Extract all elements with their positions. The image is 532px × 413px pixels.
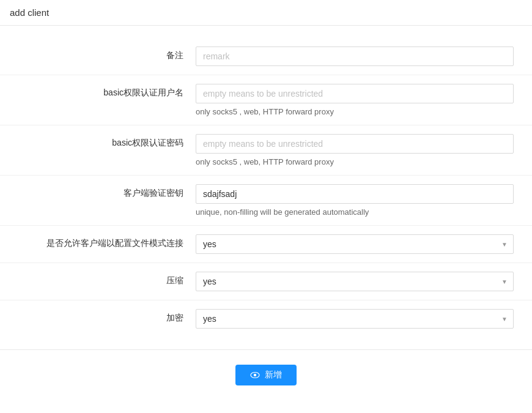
form-row-compress: 压缩 yes no (0, 263, 532, 300)
form-row-config-mode: 是否允许客户端以配置文件模式连接 yes no (0, 226, 532, 263)
field-config-mode: yes no (196, 234, 532, 254)
field-encrypt: yes no (196, 309, 532, 329)
svg-point-1 (254, 374, 256, 376)
select-wrapper-config-mode: yes no (196, 234, 514, 254)
hint-basic-password: only socks5 , web, HTTP forward proxy (196, 157, 514, 166)
hint-basic-username: only socks5 , web, HTTP forward proxy (196, 107, 514, 116)
form-container: 备注 basic权限认证用户名 only socks5 , web, HTTP … (0, 26, 532, 349)
page-title: add client (0, 0, 532, 26)
input-remark[interactable] (196, 47, 514, 66)
label-basic-username: basic权限认证用户名 (0, 84, 196, 99)
select-compress[interactable]: yes no (196, 272, 514, 291)
select-config-mode[interactable]: yes no (196, 234, 514, 254)
label-basic-password: basic权限认证密码 (0, 134, 196, 149)
form-row-client-secret: 客户端验证密钥 unique, non-filling will be gene… (0, 176, 532, 226)
select-encrypt[interactable]: yes no (196, 309, 514, 329)
eye-icon (250, 370, 260, 380)
input-basic-username[interactable] (196, 84, 514, 103)
field-compress: yes no (196, 272, 532, 291)
label-client-secret: 客户端验证密钥 (0, 184, 196, 199)
field-remark (196, 47, 532, 66)
select-wrapper-encrypt: yes no (196, 309, 514, 329)
input-basic-password[interactable] (196, 134, 514, 154)
field-basic-username: only socks5 , web, HTTP forward proxy (196, 84, 532, 116)
submit-button[interactable]: 新增 (235, 365, 297, 385)
input-client-secret[interactable] (196, 184, 514, 204)
label-encrypt: 加密 (0, 309, 196, 324)
submit-label: 新增 (265, 370, 282, 381)
form-row-basic-username: basic权限认证用户名 only socks5 , web, HTTP for… (0, 75, 532, 125)
field-basic-password: only socks5 , web, HTTP forward proxy (196, 134, 532, 166)
label-remark: 备注 (0, 47, 196, 61)
field-client-secret: unique, non-filling will be generated au… (196, 184, 532, 217)
label-compress: 压缩 (0, 272, 196, 286)
form-row-encrypt: 加密 yes no (0, 300, 532, 337)
form-row-remark: 备注 (0, 38, 532, 75)
form-row-basic-password: basic权限认证密码 only socks5 , web, HTTP forw… (0, 125, 532, 176)
label-config-mode: 是否允许客户端以配置文件模式连接 (0, 234, 196, 249)
select-wrapper-compress: yes no (196, 272, 514, 291)
form-actions: 新增 (0, 350, 532, 398)
hint-client-secret: unique, non-filling will be generated au… (196, 207, 514, 217)
